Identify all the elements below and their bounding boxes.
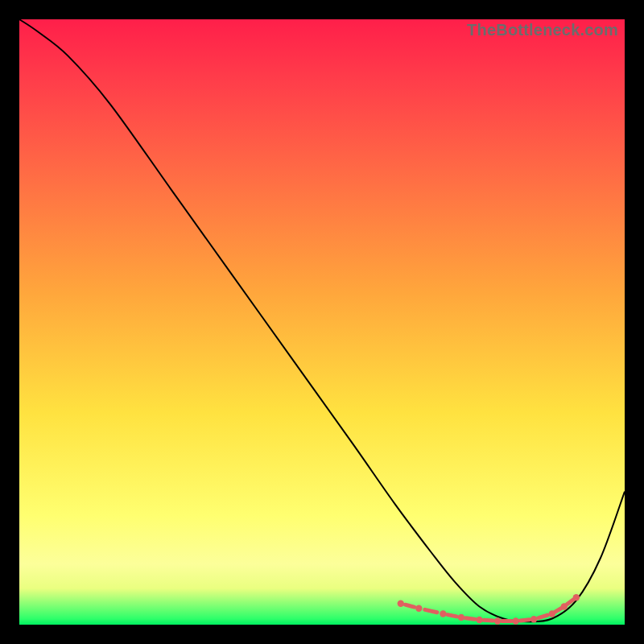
marker-segment	[405, 605, 414, 607]
marker-segment	[555, 609, 562, 613]
marker-segment	[568, 600, 574, 605]
chart-svg	[19, 19, 625, 625]
marker-dot	[476, 617, 482, 623]
marker-dot	[440, 610, 446, 617]
plot-area: TheBottleneck.com	[19, 19, 625, 625]
marker-dot	[530, 616, 537, 622]
marker-segment	[448, 615, 456, 617]
marker-group	[398, 594, 580, 625]
chart-frame: TheBottleneck.com	[0, 0, 644, 644]
marker-dot	[494, 617, 501, 624]
marker-segment	[520, 620, 529, 621]
marker-dot	[549, 610, 555, 617]
bottleneck-curve	[19, 19, 625, 621]
marker-segment	[484, 620, 493, 621]
marker-segment	[539, 615, 547, 617]
marker-segment	[466, 618, 475, 620]
marker-segment	[425, 609, 437, 612]
marker-dot	[512, 617, 518, 624]
marker-dot	[398, 600, 404, 606]
marker-dot	[458, 614, 464, 621]
marker-dot	[561, 603, 568, 609]
marker-dot	[415, 605, 422, 611]
marker-dot	[573, 594, 580, 601]
